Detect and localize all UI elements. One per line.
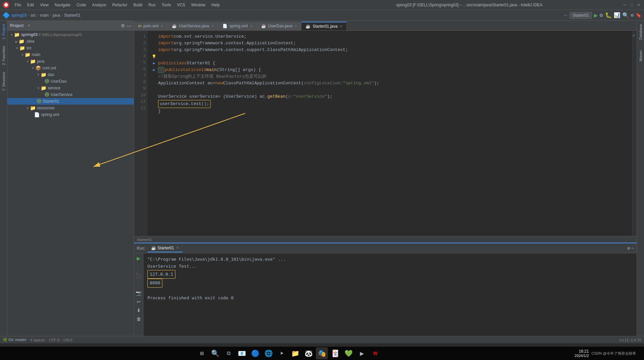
- tree-item-springxml[interactable]: 📄 spring.xml: [7, 111, 134, 118]
- debug-step-icon: ⬛: [158, 67, 164, 73]
- tree-item-service[interactable]: ▼ 📁 service: [7, 85, 134, 91]
- run-tab-starter01[interactable]: ☕ Starter01 ✕: [148, 244, 182, 252]
- code-content[interactable]: import com.svt.service.UserService; impo…: [147, 31, 632, 236]
- menu-view[interactable]: View: [37, 2, 51, 8]
- sidebar-collapse-icon[interactable]: —: [126, 23, 131, 28]
- run-trash-button[interactable]: 🗑: [135, 315, 142, 323]
- menu-run[interactable]: Run: [146, 2, 158, 8]
- taskbar-app-blue[interactable]: 🔵: [249, 347, 261, 359]
- taskbar-taskview-button[interactable]: ⧉: [222, 347, 234, 359]
- menu-file[interactable]: File: [12, 2, 24, 8]
- tree-item-idea[interactable]: ▶ 📁 .idea: [7, 38, 134, 45]
- breadcrumb-main[interactable]: main: [40, 13, 49, 18]
- tab-userdao[interactable]: ☕ UserDao.java ✕: [257, 22, 302, 30]
- tree-item-comsvt[interactable]: ▼ 📦 com.svt: [7, 65, 134, 71]
- menu-vcs[interactable]: VCS: [174, 2, 188, 8]
- tree-arrow: ▼: [37, 73, 40, 77]
- run-camera-button[interactable]: 📷: [135, 289, 142, 297]
- tab-springxml-close[interactable]: ✕: [250, 24, 253, 28]
- maximize-button[interactable]: ☐: [630, 2, 633, 8]
- taskbar-edge-app[interactable]: 🌐: [262, 347, 274, 359]
- gutter-6-run[interactable]: ▶: [151, 67, 157, 73]
- run-up-button[interactable]: ↑: [135, 263, 142, 271]
- taskbar-start-button[interactable]: ⊞: [196, 347, 208, 359]
- taskbar-explorer-app[interactable]: 📁: [289, 347, 301, 359]
- breadcrumb-starter01[interactable]: Starter01: [64, 13, 80, 18]
- debug-button[interactable]: 🐛: [605, 12, 612, 19]
- sidebar-gear-icon[interactable]: ⚙: [121, 23, 125, 28]
- menu-build[interactable]: Build: [131, 2, 145, 8]
- structure-tab[interactable]: 7: Structure: [1, 70, 6, 93]
- run-settings-icon[interactable]: ⚙: [627, 246, 630, 251]
- tab-starter01-close[interactable]: ✕: [340, 24, 343, 29]
- settings-icon[interactable]: ⚙: [631, 12, 634, 18]
- taskbar-search-button[interactable]: 🔍: [209, 347, 221, 359]
- tab-userservice-close[interactable]: ✕: [211, 24, 214, 28]
- run-stop-button[interactable]: ⬛: [135, 272, 142, 279]
- tree-item-src[interactable]: ▼ 📁 src: [7, 45, 134, 51]
- git-status[interactable]: 🌿 Git: master: [3, 338, 26, 342]
- coverage-icon[interactable]: 📊: [614, 12, 620, 19]
- menu-edit[interactable]: Edit: [24, 2, 37, 8]
- minimize-button[interactable]: —: [623, 2, 627, 8]
- indent-status[interactable]: 4 spaces: [30, 338, 45, 342]
- database-tab[interactable]: Database: [638, 22, 643, 42]
- bookmark-icon[interactable]: 🔖: [636, 12, 641, 18]
- taskbar-play-app[interactable]: ▶: [356, 347, 368, 359]
- tree-arrow: ▼: [26, 106, 29, 110]
- run-tab-close[interactable]: ✕: [176, 246, 179, 250]
- tree-item-dao[interactable]: ▼ 📁 dao: [7, 71, 134, 78]
- run-config-selector[interactable]: Starter01: [570, 12, 592, 19]
- run-close-icon[interactable]: —: [631, 246, 634, 251]
- project-tab[interactable]: 1: Project: [1, 22, 6, 41]
- breadcrumb-spring03[interactable]: spring03: [11, 13, 27, 18]
- gutter-4-lightbulb[interactable]: 💡: [151, 54, 157, 59]
- breadcrumb-src[interactable]: src: [31, 13, 36, 18]
- tab-springxml[interactable]: 📄 spring.xml ✕: [218, 22, 257, 30]
- gutter-5-run[interactable]: ▶: [151, 61, 157, 66]
- tab-starter01[interactable]: ☕ Starter01.java ✕: [301, 22, 347, 30]
- menu-code[interactable]: Code: [74, 2, 89, 8]
- close-button[interactable]: ✕: [637, 2, 640, 8]
- taskbar-arrow-app[interactable]: ➤: [276, 347, 288, 359]
- tab-pom-close[interactable]: ✕: [160, 24, 163, 28]
- tab-pom[interactable]: m pom.xml ✕: [134, 22, 168, 30]
- tab-userservice[interactable]: ☕ UserService.java ✕: [168, 22, 218, 30]
- taskbar-idea-app[interactable]: 🎭: [316, 347, 328, 359]
- menu-help[interactable]: Help: [209, 2, 222, 8]
- run-button[interactable]: ▶: [594, 12, 598, 19]
- run-restart-button[interactable]: ▶: [135, 255, 142, 262]
- taskbar-mail-app[interactable]: 📧: [236, 347, 248, 359]
- tree-item-resources[interactable]: ▼ 📁 resources: [7, 105, 134, 111]
- run-wrap-button[interactable]: ↩: [135, 298, 142, 305]
- tree-item-userservice[interactable]: 🅒 UserService: [7, 91, 134, 98]
- encoding-status[interactable]: UTF-8: [49, 338, 59, 342]
- taskbar-panda-app[interactable]: 🐼: [302, 347, 314, 359]
- tree-item-spring03[interactable]: ▼ 📁 spring03 F:\DELL\Spring\spring03: [7, 31, 134, 38]
- taskbar-green-app[interactable]: 💚: [343, 347, 355, 359]
- favorites-tab[interactable]: 2: Favorites: [1, 44, 6, 67]
- tree-item-java[interactable]: ▼ 📁 java: [7, 58, 134, 65]
- run-scroll-button[interactable]: ⬇: [135, 307, 142, 314]
- tree-item-userdao[interactable]: 🅒 UserDao: [7, 78, 134, 85]
- run-down-button[interactable]: ↓: [135, 281, 142, 288]
- menu-navigate[interactable]: Navigate: [52, 2, 73, 8]
- search-icon[interactable]: 🔍: [622, 12, 629, 19]
- sidebar-dropdown-icon[interactable]: ▼: [27, 23, 31, 28]
- app-logo: 🅙: [3, 2, 9, 8]
- menu-tools[interactable]: Tools: [159, 2, 174, 8]
- line-ending-status[interactable]: CRLF: [63, 338, 73, 342]
- right-panel: Database Maven: [637, 21, 644, 336]
- build-icon[interactable]: ⚙: [600, 12, 603, 19]
- taskbar-wps-app[interactable]: W: [369, 347, 381, 359]
- menu-window[interactable]: Window: [188, 2, 208, 8]
- menu-analyze[interactable]: Analyze: [89, 2, 109, 8]
- maven-tab[interactable]: Maven: [638, 48, 643, 63]
- tree-item-starter01[interactable]: 🅒 Starter01: [7, 98, 134, 105]
- navigate-back-icon[interactable]: ←: [564, 12, 568, 18]
- taskbar-game-app[interactable]: 🃏: [329, 347, 341, 359]
- breadcrumb-java[interactable]: java: [53, 13, 60, 18]
- tab-userdao-close[interactable]: ✕: [294, 24, 297, 28]
- tree-item-main[interactable]: ▼ 📁 main: [7, 51, 134, 58]
- menu-refactor[interactable]: Refactor: [110, 2, 130, 8]
